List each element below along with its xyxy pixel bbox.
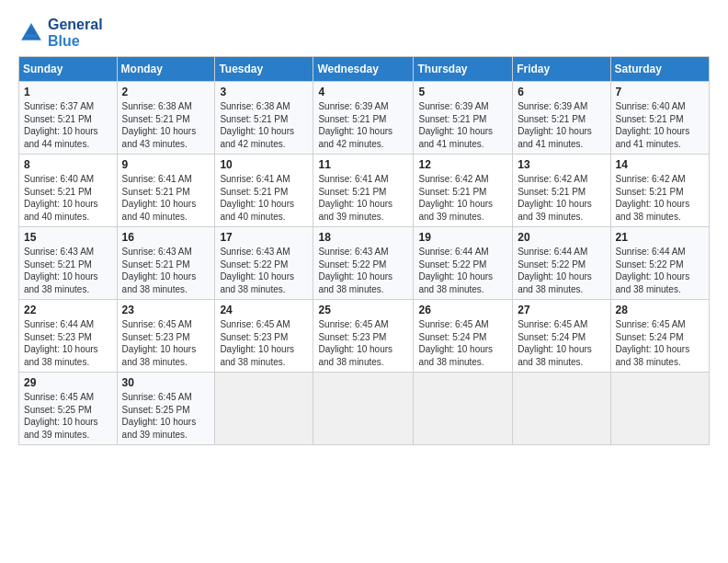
day-info: Sunrise: 6:40 AM Sunset: 5:21 PM Dayligh… — [24, 173, 112, 223]
day-info: Sunrise: 6:41 AM Sunset: 5:21 PM Dayligh… — [220, 173, 308, 223]
calendar-cell: 20 Sunrise: 6:44 AM Sunset: 5:22 PM Dayl… — [513, 227, 610, 300]
calendar-cell: 4 Sunrise: 6:39 AM Sunset: 5:21 PM Dayli… — [313, 82, 414, 155]
day-number: 28 — [616, 304, 704, 316]
calendar-cell: 28 Sunrise: 6:45 AM Sunset: 5:24 PM Dayl… — [610, 300, 709, 373]
calendar-cell: 11 Sunrise: 6:41 AM Sunset: 5:21 PM Dayl… — [313, 155, 414, 227]
day-info: Sunrise: 6:43 AM Sunset: 5:22 PM Dayligh… — [220, 246, 308, 295]
calendar-cell: 14 Sunrise: 6:42 AM Sunset: 5:21 PM Dayl… — [610, 155, 709, 227]
day-info: Sunrise: 6:43 AM Sunset: 5:21 PM Dayligh… — [24, 246, 112, 295]
day-info: Sunrise: 6:43 AM Sunset: 5:21 PM Dayligh… — [122, 246, 210, 295]
header: General Blue — [18, 17, 710, 49]
day-info: Sunrise: 6:39 AM Sunset: 5:21 PM Dayligh… — [318, 100, 408, 150]
day-number: 4 — [318, 86, 408, 98]
day-number: 21 — [616, 231, 704, 244]
logo: General Blue — [18, 17, 103, 49]
svg-rect-2 — [26, 34, 37, 37]
day-info: Sunrise: 6:41 AM Sunset: 5:21 PM Dayligh… — [122, 173, 210, 223]
day-number: 1 — [24, 86, 112, 98]
day-number: 12 — [418, 158, 507, 171]
day-number: 20 — [518, 231, 605, 244]
calendar-cell: 23 Sunrise: 6:45 AM Sunset: 5:23 PM Dayl… — [117, 300, 215, 373]
day-number: 2 — [122, 86, 210, 98]
calendar-cell: 27 Sunrise: 6:45 AM Sunset: 5:24 PM Dayl… — [513, 300, 610, 373]
col-monday: Monday — [117, 57, 215, 82]
day-info: Sunrise: 6:41 AM Sunset: 5:21 PM Dayligh… — [318, 173, 408, 223]
day-info: Sunrise: 6:45 AM Sunset: 5:23 PM Dayligh… — [220, 318, 308, 368]
calendar-cell: 21 Sunrise: 6:44 AM Sunset: 5:22 PM Dayl… — [610, 227, 709, 300]
day-number: 18 — [318, 231, 408, 244]
calendar-cell — [513, 373, 610, 445]
day-number: 11 — [318, 158, 408, 171]
day-number: 14 — [616, 158, 704, 171]
calendar-cell: 8 Sunrise: 6:40 AM Sunset: 5:21 PM Dayli… — [19, 155, 118, 227]
day-info: Sunrise: 6:45 AM Sunset: 5:24 PM Dayligh… — [518, 318, 605, 368]
day-info: Sunrise: 6:43 AM Sunset: 5:22 PM Dayligh… — [318, 246, 408, 295]
day-number: 9 — [122, 158, 210, 171]
day-number: 10 — [220, 158, 308, 171]
day-info: Sunrise: 6:44 AM Sunset: 5:22 PM Dayligh… — [418, 246, 507, 295]
day-info: Sunrise: 6:37 AM Sunset: 5:21 PM Dayligh… — [24, 100, 112, 150]
calendar-header: Sunday Monday Tuesday Wednesday Thursday… — [19, 57, 710, 82]
calendar-week-3: 15 Sunrise: 6:43 AM Sunset: 5:21 PM Dayl… — [19, 227, 710, 300]
day-number: 7 — [616, 86, 704, 98]
day-info: Sunrise: 6:42 AM Sunset: 5:21 PM Dayligh… — [616, 173, 704, 223]
day-info: Sunrise: 6:42 AM Sunset: 5:21 PM Dayligh… — [418, 173, 507, 223]
calendar-body: 1 Sunrise: 6:37 AM Sunset: 5:21 PM Dayli… — [19, 82, 710, 445]
day-number: 24 — [220, 304, 308, 316]
day-info: Sunrise: 6:45 AM Sunset: 5:23 PM Dayligh… — [122, 318, 210, 368]
calendar-cell: 7 Sunrise: 6:40 AM Sunset: 5:21 PM Dayli… — [610, 82, 709, 155]
calendar-cell: 19 Sunrise: 6:44 AM Sunset: 5:22 PM Dayl… — [414, 227, 513, 300]
calendar-table: Sunday Monday Tuesday Wednesday Thursday… — [18, 56, 710, 445]
day-number: 23 — [122, 304, 210, 316]
logo-icon — [18, 20, 44, 46]
day-number: 25 — [318, 304, 408, 316]
calendar-week-2: 8 Sunrise: 6:40 AM Sunset: 5:21 PM Dayli… — [19, 155, 710, 227]
day-number: 17 — [220, 231, 308, 244]
day-info: Sunrise: 6:42 AM Sunset: 5:21 PM Dayligh… — [518, 173, 605, 223]
calendar-week-4: 22 Sunrise: 6:44 AM Sunset: 5:23 PM Dayl… — [19, 300, 710, 373]
calendar-cell: 15 Sunrise: 6:43 AM Sunset: 5:21 PM Dayl… — [19, 227, 118, 300]
day-number: 8 — [24, 158, 112, 171]
calendar-cell: 9 Sunrise: 6:41 AM Sunset: 5:21 PM Dayli… — [117, 155, 215, 227]
weekday-row: Sunday Monday Tuesday Wednesday Thursday… — [19, 57, 710, 82]
day-number: 13 — [518, 158, 605, 171]
calendar-cell: 18 Sunrise: 6:43 AM Sunset: 5:22 PM Dayl… — [313, 227, 414, 300]
day-number: 6 — [518, 86, 605, 98]
calendar-week-5: 29 Sunrise: 6:45 AM Sunset: 5:25 PM Dayl… — [19, 373, 710, 445]
day-info: Sunrise: 6:40 AM Sunset: 5:21 PM Dayligh… — [616, 100, 704, 150]
calendar-cell: 6 Sunrise: 6:39 AM Sunset: 5:21 PM Dayli… — [513, 82, 610, 155]
calendar-cell: 12 Sunrise: 6:42 AM Sunset: 5:21 PM Dayl… — [414, 155, 513, 227]
day-info: Sunrise: 6:45 AM Sunset: 5:24 PM Dayligh… — [616, 318, 704, 368]
day-info: Sunrise: 6:45 AM Sunset: 5:24 PM Dayligh… — [418, 318, 507, 368]
day-info: Sunrise: 6:45 AM Sunset: 5:25 PM Dayligh… — [122, 391, 210, 441]
day-number: 15 — [24, 231, 112, 244]
calendar-cell: 29 Sunrise: 6:45 AM Sunset: 5:25 PM Dayl… — [19, 373, 118, 445]
col-tuesday: Tuesday — [215, 57, 313, 82]
calendar-cell: 22 Sunrise: 6:44 AM Sunset: 5:23 PM Dayl… — [19, 300, 118, 373]
day-info: Sunrise: 6:45 AM Sunset: 5:23 PM Dayligh… — [318, 318, 408, 368]
day-number: 30 — [122, 376, 210, 389]
day-info: Sunrise: 6:44 AM Sunset: 5:22 PM Dayligh… — [616, 246, 704, 295]
calendar-week-1: 1 Sunrise: 6:37 AM Sunset: 5:21 PM Dayli… — [19, 82, 710, 155]
calendar-cell — [313, 373, 414, 445]
calendar-cell: 17 Sunrise: 6:43 AM Sunset: 5:22 PM Dayl… — [215, 227, 313, 300]
day-number: 16 — [122, 231, 210, 244]
day-info: Sunrise: 6:38 AM Sunset: 5:21 PM Dayligh… — [122, 100, 210, 150]
day-number: 19 — [418, 231, 507, 244]
col-sunday: Sunday — [19, 57, 118, 82]
col-friday: Friday — [513, 57, 610, 82]
col-thursday: Thursday — [414, 57, 513, 82]
calendar-cell: 1 Sunrise: 6:37 AM Sunset: 5:21 PM Dayli… — [19, 82, 118, 155]
calendar-cell: 25 Sunrise: 6:45 AM Sunset: 5:23 PM Dayl… — [313, 300, 414, 373]
day-number: 27 — [518, 304, 605, 316]
day-info: Sunrise: 6:39 AM Sunset: 5:21 PM Dayligh… — [518, 100, 605, 150]
col-wednesday: Wednesday — [313, 57, 414, 82]
col-saturday: Saturday — [610, 57, 709, 82]
page: General Blue Sunday Monday Tuesday Wedne… — [0, 0, 728, 563]
day-number: 29 — [24, 376, 112, 389]
calendar-cell — [215, 373, 313, 445]
day-number: 26 — [418, 304, 507, 316]
day-info: Sunrise: 6:39 AM Sunset: 5:21 PM Dayligh… — [418, 100, 507, 150]
day-info: Sunrise: 6:44 AM Sunset: 5:22 PM Dayligh… — [518, 246, 605, 295]
calendar-cell: 30 Sunrise: 6:45 AM Sunset: 5:25 PM Dayl… — [117, 373, 215, 445]
